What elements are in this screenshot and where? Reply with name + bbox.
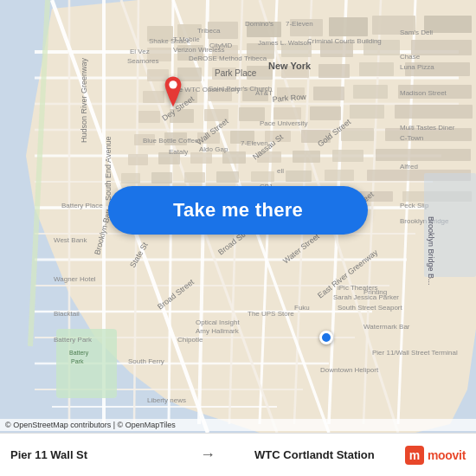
svg-text:El Vez: El Vez: [130, 48, 150, 55]
svg-rect-40: [329, 17, 368, 36]
svg-text:Alfred: Alfred: [400, 163, 418, 170]
svg-text:The UPS Store: The UPS Store: [248, 310, 294, 318]
svg-text:Pier 11/Wall Street Terminal: Pier 11/Wall Street Terminal: [372, 349, 458, 357]
svg-text:Park: Park: [71, 358, 84, 364]
svg-rect-93: [184, 172, 205, 183]
svg-text:Battery Park: Battery Park: [54, 336, 93, 344]
svg-text:Tribeca: Tribeca: [197, 27, 221, 35]
label-park-place: Park Place: [215, 68, 257, 78]
svg-text:Multi Tastes Diner: Multi Tastes Diner: [400, 124, 455, 132]
cta-label: Take me there: [173, 199, 303, 222]
svg-rect-65: [353, 85, 388, 99]
svg-text:Battery: Battery: [69, 350, 89, 357]
route-from-label: Pier 11 Wall St: [10, 448, 191, 461]
svg-text:Seamores: Seamores: [127, 57, 158, 65]
svg-rect-67: [138, 111, 160, 123]
svg-text:Chase: Chase: [400, 53, 421, 61]
svg-text:Wagner Hotel: Wagner Hotel: [54, 275, 96, 283]
svg-rect-57: [359, 62, 394, 76]
label-new-york: New York: [268, 61, 312, 71]
svg-text:Sam's Deli: Sam's Deli: [400, 29, 433, 36]
take-me-there-button[interactable]: Take me there: [108, 186, 368, 235]
svg-text:West Bank: West Bank: [54, 236, 88, 244]
svg-text:South End Avenue: South End Avenue: [104, 137, 113, 201]
svg-text:Eataly: Eataly: [169, 148, 188, 156]
svg-rect-91: [121, 173, 140, 183]
svg-text:DeROSE Method Tribeca: DeROSE Method Tribeca: [189, 55, 267, 62]
svg-text:Amy Hallmark: Amy Hallmark: [196, 327, 240, 335]
svg-text:T-Mobile: T-Mobile: [173, 35, 200, 43]
svg-text:ell: ell: [277, 167, 284, 175]
svg-rect-56: [318, 64, 350, 78]
svg-text:Criminal Courts Building: Criminal Courts Building: [307, 37, 382, 45]
map-container: Battery Park: [0, 0, 476, 433]
svg-rect-97: [325, 170, 354, 181]
svg-rect-92: [151, 172, 172, 183]
svg-text:Optical Insight: Optical Insight: [196, 318, 240, 326]
bottom-bar: Pier 11 Wall St → WTC Cortlandt Station …: [0, 433, 476, 476]
svg-rect-81: [341, 128, 374, 141]
svg-rect-88: [293, 151, 320, 163]
svg-text:Fuku: Fuku: [294, 304, 310, 312]
svg-text:AT&T: AT&T: [255, 89, 273, 97]
svg-text:Watermark Bar: Watermark Bar: [363, 323, 410, 331]
svg-text:7-Eleven: 7-Eleven: [241, 139, 268, 147]
svg-rect-95: [251, 171, 274, 182]
moovit-brand-text: moovit: [428, 448, 466, 462]
svg-text:7-Eleven: 7-Eleven: [286, 20, 313, 28]
svg-point-175: [169, 80, 177, 88]
svg-text:South Street Seaport: South Street Seaport: [338, 304, 402, 312]
svg-rect-83: [128, 154, 148, 165]
map-attribution: © OpenStreetMap contributors | © OpenMap…: [0, 419, 476, 431]
svg-text:Blue Bottle Coffee: Blue Bottle Coffee: [143, 137, 199, 145]
svg-text:Downtown Heliport: Downtown Heliport: [320, 366, 379, 374]
origin-dot: [319, 331, 333, 344]
route-arrow-icon: →: [200, 446, 215, 464]
svg-text:CityMD: CityMD: [209, 42, 232, 49]
svg-rect-96: [286, 170, 312, 182]
svg-rect-50: [411, 40, 472, 55]
svg-rect-72: [310, 106, 341, 120]
svg-text:Domino's: Domino's: [245, 20, 273, 28]
svg-text:Pace University: Pace University: [260, 119, 308, 127]
svg-text:Liberty news: Liberty news: [147, 396, 186, 404]
svg-rect-64: [313, 87, 344, 100]
svg-text:Madison Street: Madison Street: [400, 89, 447, 97]
svg-rect-86: [222, 151, 246, 164]
svg-text:James L. Watson: James L. Watson: [258, 39, 312, 47]
route-to-label: WTC Cortlandt Station: [224, 448, 405, 461]
destination-pin: [161, 76, 185, 111]
moovit-logo: m moovit: [405, 446, 466, 465]
svg-rect-85: [190, 152, 212, 164]
svg-text:Brooklyn Bridge B...: Brooklyn Bridge B...: [427, 216, 435, 286]
svg-text:Printing: Printing: [363, 288, 387, 296]
svg-text:Blacktail: Blacktail: [54, 310, 80, 318]
moovit-m-icon: m: [405, 446, 424, 465]
svg-text:C-Town: C-Town: [400, 134, 423, 142]
svg-text:Chipotle: Chipotle: [177, 336, 203, 344]
svg-text:South Ferry: South Ferry: [128, 357, 164, 365]
svg-rect-90: [376, 149, 471, 161]
svg-rect-89: [332, 150, 363, 162]
svg-rect-94: [216, 171, 239, 183]
svg-text:Hudson River Greenway: Hudson River Greenway: [80, 57, 88, 143]
svg-text:Battery Place: Battery Place: [61, 202, 103, 209]
svg-rect-74: [395, 105, 473, 119]
svg-text:Luna Pizza: Luna Pizza: [400, 63, 434, 71]
svg-text:Aldo Gap: Aldo Gap: [199, 145, 228, 153]
svg-rect-71: [273, 107, 301, 119]
svg-rect-73: [350, 105, 384, 119]
